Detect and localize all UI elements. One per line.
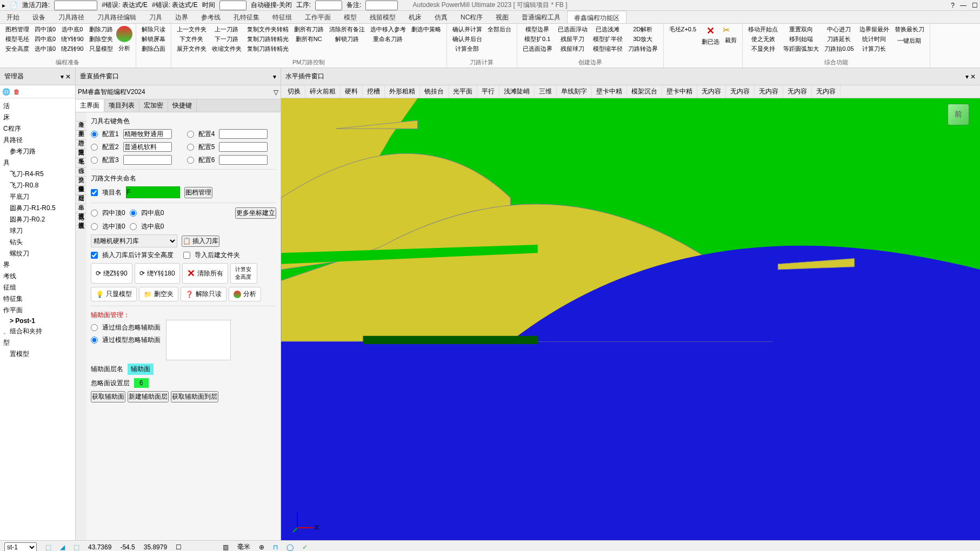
ribbon-tab[interactable]: 刀具路径 xyxy=(52,11,91,23)
tree-node[interactable]: 作平面 xyxy=(1,305,74,316)
insert-lib-button[interactable]: 📋 插入刀库 xyxy=(182,236,219,247)
ribbon-button[interactable]: 复制刀路转精光 xyxy=(245,35,291,44)
ribbon-button[interactable]: 残留球刀 xyxy=(556,44,590,53)
ribbon-tab[interactable]: 刀具路径编辑 xyxy=(91,11,143,23)
clear-all-button[interactable]: ✕ 清除所有 xyxy=(182,263,228,284)
coord-opt1-radio[interactable] xyxy=(91,210,98,217)
ribbon-button[interactable]: 只显模型 xyxy=(87,44,115,53)
viewport-tool-button[interactable]: 无内容 xyxy=(812,85,841,98)
ribbon-tab[interactable]: 设备 xyxy=(26,11,52,23)
crop-icon[interactable]: ✂ xyxy=(723,25,739,35)
side-tab[interactable]: 综合 xyxy=(76,158,86,167)
config-radio[interactable] xyxy=(91,131,98,138)
tree-node[interactable]: 特征集 xyxy=(1,293,74,305)
tree-node[interactable]: 钻头 xyxy=(1,237,74,248)
viewport-tool-button[interactable]: 模架沉台 xyxy=(627,85,662,98)
ribbon-button[interactable]: 绕Y转90 xyxy=(59,35,86,44)
ribbon-button[interactable] xyxy=(409,36,443,37)
viewport-tool-button[interactable]: 无内容 xyxy=(697,85,726,98)
ribbon-button[interactable]: 模型缩半径 xyxy=(591,44,625,53)
process-input[interactable] xyxy=(315,1,342,10)
viewport-tool-button[interactable]: 无内容 xyxy=(783,85,812,98)
help-icon[interactable]: ? xyxy=(951,2,955,9)
viewport-tool-button[interactable]: 挖槽 xyxy=(363,85,385,98)
ribbon-button[interactable]: 刀路转边界 xyxy=(626,44,660,53)
viewport-tool-button[interactable]: 壁卡中精 xyxy=(592,85,627,98)
ribbon-button[interactable]: 统计时间 xyxy=(857,35,891,44)
viewport-tool-button[interactable]: 外形粗精 xyxy=(385,85,420,98)
ruler-icon[interactable]: ▥ xyxy=(223,543,229,551)
tree-node[interactable]: 具 xyxy=(1,157,74,169)
aux-action-button[interactable]: 获取辅助面 xyxy=(91,391,125,402)
coord-opt3-radio[interactable] xyxy=(91,223,98,230)
config-radio[interactable] xyxy=(91,144,98,151)
side-tab[interactable]: 策略定义 xyxy=(76,140,86,149)
status-toggle[interactable]: ☐ xyxy=(176,543,182,551)
ribbon-button[interactable]: 残留平刀 xyxy=(556,35,590,44)
activate-input[interactable] xyxy=(54,1,97,10)
coord-opt4-radio[interactable] xyxy=(130,223,137,230)
ribbon-button[interactable] xyxy=(368,44,408,45)
ribbon-tab[interactable]: 特征组 xyxy=(266,11,298,23)
aux-opt1-radio[interactable] xyxy=(91,324,98,331)
del-empty-button[interactable]: 📁 删空夹 xyxy=(139,287,178,301)
config-input[interactable] xyxy=(123,129,172,139)
tree-node[interactable]: 平底刀 xyxy=(1,191,74,203)
ribbon-tab[interactable]: 仿真 xyxy=(428,11,454,23)
ribbon-button[interactable]: 已选面边界 xyxy=(521,44,555,53)
ribbon-tab[interactable]: 工作平面 xyxy=(298,11,337,23)
ribbon-tab[interactable]: 参考线 xyxy=(195,11,227,23)
viewport-tool-button[interactable]: 无内容 xyxy=(726,85,755,98)
ribbon-button[interactable]: 重置双向 xyxy=(781,25,821,34)
analyze-button[interactable]: 分析 xyxy=(229,287,261,301)
ribbon-button[interactable]: 使之无效 xyxy=(746,35,780,44)
side-tab[interactable]: 多毛坯 xyxy=(76,149,86,158)
viewport-tool-button[interactable]: 浅滩陡峭 xyxy=(499,85,535,98)
ribbon-button[interactable]: 边界留最外 xyxy=(857,25,891,34)
viewport-tool-button[interactable]: 平行 xyxy=(477,85,499,98)
magnet-icon[interactable]: ⊓ xyxy=(273,543,278,551)
tree-node[interactable]: 型 xyxy=(1,337,74,348)
config-radio2[interactable] xyxy=(187,144,194,151)
tool-lib-select[interactable]: 精雕机硬料刀库 xyxy=(91,234,177,247)
ribbon-button[interactable]: 确认并计算 xyxy=(450,25,484,34)
tree-node[interactable]: 圆鼻刀-R0.2 xyxy=(1,214,74,225)
side-tab[interactable]: 静态 xyxy=(76,131,86,140)
ribbon-tab[interactable]: 机床 xyxy=(402,11,428,23)
tree-node[interactable]: 螺纹刀 xyxy=(1,248,74,259)
config-radio2[interactable] xyxy=(187,157,194,164)
ribbon-button[interactable]: 确认并后台 xyxy=(450,35,484,44)
aux-list-box[interactable] xyxy=(166,320,231,360)
import-folder-checkbox[interactable] xyxy=(183,252,190,259)
ribbon-button[interactable]: 复制文件夹转精 xyxy=(245,25,291,34)
ribbon-button[interactable]: 全部后台 xyxy=(485,25,514,34)
tree-node[interactable]: 飞刀-R0.8 xyxy=(1,180,74,191)
ribbon-button[interactable]: 图档管理 xyxy=(3,25,31,34)
status-icon3[interactable]: ⬚ xyxy=(74,543,79,551)
side-tab[interactable]: 准备 xyxy=(76,112,86,122)
ribbon-button[interactable] xyxy=(292,44,326,45)
tree-node[interactable]: 圆鼻刀-R1-R0.5 xyxy=(1,203,74,214)
ribbon-button[interactable]: 毛坯Z+0.5 xyxy=(667,25,698,34)
ribbon-tab[interactable]: 普通编程工具 xyxy=(515,11,567,23)
ribbon-button[interactable]: 删所有NC xyxy=(292,35,326,44)
ribbon-button[interactable]: 重命名刀路 xyxy=(368,35,408,44)
ellipse-icon[interactable]: ◯ xyxy=(286,543,294,551)
more-coords-button[interactable]: 更多坐标建立 xyxy=(235,207,276,219)
ribbon-button[interactable]: 刀路抬0.05 xyxy=(822,44,856,53)
ribbon-button[interactable]: 模型扩0.1 xyxy=(521,35,555,44)
viewport-tool-button[interactable]: 硬料 xyxy=(341,85,363,98)
side-tab[interactable]: 后处理 xyxy=(76,186,86,195)
analyze-icon[interactable] xyxy=(116,26,132,42)
viewport-tool-button[interactable]: 无内容 xyxy=(755,85,783,98)
ribbon-button[interactable] xyxy=(409,35,443,36)
ribbon-button[interactable]: 绕Z转90 xyxy=(59,44,86,53)
side-tab[interactable]: 系统设置 xyxy=(76,204,86,213)
side-tab[interactable]: 交换 xyxy=(76,167,86,177)
ribbon-button[interactable]: 删除刀路 xyxy=(87,25,115,34)
maximize-icon[interactable]: ☐ xyxy=(972,2,978,9)
globe-icon[interactable]: 🌐 xyxy=(2,88,10,96)
ribbon-button[interactable]: 四中顶0 xyxy=(32,25,58,34)
config-input[interactable] xyxy=(123,155,172,165)
ignore-layer-value[interactable]: 6 xyxy=(134,378,149,388)
